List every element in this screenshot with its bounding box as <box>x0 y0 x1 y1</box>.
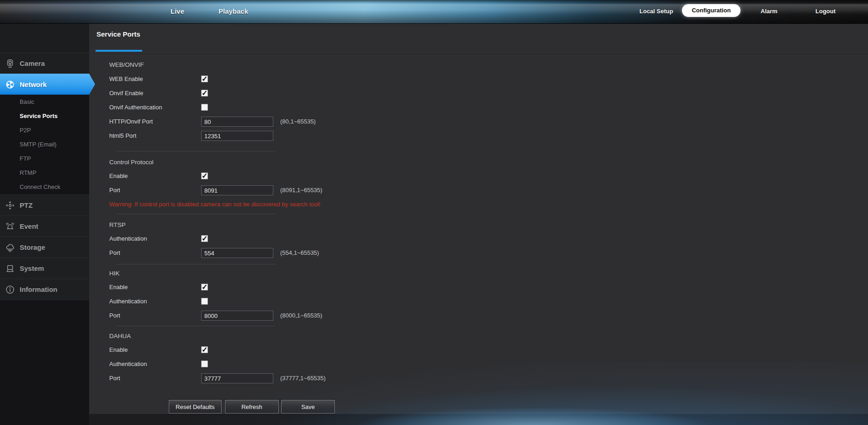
save-button[interactable]: Save <box>281 400 335 414</box>
sidebar-item-label: Network <box>20 81 47 88</box>
web-enable-checkbox[interactable]: ✓ <box>201 75 208 82</box>
reset-defaults-button[interactable]: Reset Defaults <box>169 400 222 414</box>
camera-icon <box>5 59 16 69</box>
page-tab-service-ports[interactable]: Service Ports <box>96 30 140 38</box>
form-row: Enable ✓ <box>109 344 543 355</box>
field-label: Enable <box>109 171 128 182</box>
field-label: Onvif Authentication <box>109 102 162 113</box>
field-hint: (554,1~65535) <box>280 247 319 258</box>
info-icon <box>5 285 16 295</box>
hik-enable-checkbox[interactable]: ✓ <box>201 284 208 291</box>
form-row: Port (8091,1~65535) <box>109 185 543 196</box>
field-label: WEB Enable <box>109 74 143 85</box>
storage-icon <box>5 242 16 253</box>
refresh-button[interactable]: Refresh <box>225 400 279 414</box>
menu-local-setup[interactable]: Local Setup <box>639 8 673 15</box>
field-label: Onvif Enable <box>109 88 143 99</box>
section-title-dahua: DAHUA <box>109 331 131 342</box>
field-label: Authentication <box>109 359 147 370</box>
submenu-item-smtp[interactable]: SMTP (Email) <box>0 137 89 151</box>
sidebar-item-storage[interactable]: Storage <box>0 237 89 258</box>
control-enable-checkbox[interactable]: ✓ <box>201 172 208 179</box>
submenu-item-ftp[interactable]: FTP <box>0 151 89 166</box>
menu-configuration[interactable]: Configuration <box>682 4 740 17</box>
form-row: Authentication <box>109 296 543 307</box>
field-hint: (37777,1~65535) <box>280 373 325 384</box>
sidebar-item-event[interactable]: Event <box>0 215 89 237</box>
field-label: Port <box>109 247 120 258</box>
sidebar-item-information[interactable]: Information <box>0 279 89 300</box>
event-icon <box>5 221 16 231</box>
section-divider <box>116 151 275 151</box>
network-icon <box>5 80 16 90</box>
onvif-enable-checkbox[interactable]: ✓ <box>201 90 208 97</box>
form-row: Authentication <box>109 359 543 370</box>
tabbar-divider <box>89 55 868 56</box>
field-hint: (8091,1~65535) <box>280 185 322 196</box>
field-label: Port <box>109 373 120 384</box>
sidebar-item-label: Event <box>20 222 38 230</box>
section-divider <box>116 214 275 214</box>
form-row: Enable ✓ <box>109 282 543 293</box>
sidebar-item-ptz[interactable]: PTZ <box>0 194 89 215</box>
dahua-authentication-checkbox[interactable] <box>201 360 208 367</box>
hik-authentication-checkbox[interactable] <box>201 298 208 305</box>
menu-alarm[interactable]: Alarm <box>761 8 777 15</box>
sidebar-item-label: Storage <box>20 243 45 251</box>
form-row: WEB Enable ✓ <box>109 74 543 85</box>
field-label: Authentication <box>109 296 147 307</box>
sidebar: Camera Network Basic Service Ports P2P S… <box>0 24 89 425</box>
form-row: Onvif Authentication <box>109 102 543 113</box>
sidebar-item-label: PTZ <box>20 201 32 209</box>
field-label: Enable <box>109 344 128 355</box>
form-row: Port (554,1~65535) <box>109 247 543 258</box>
sidebar-item-label: System <box>20 264 44 272</box>
section-title-rtsp: RTSP <box>109 220 126 231</box>
tab-playback[interactable]: Playback <box>218 7 248 15</box>
ptz-icon <box>5 200 16 210</box>
submenu-item-connect-check[interactable]: Connect Check <box>0 180 89 194</box>
system-icon <box>5 264 16 274</box>
field-label: Port <box>109 310 120 321</box>
http-onvif-port-input[interactable] <box>201 117 273 127</box>
field-hint: (8000,1~65535) <box>280 310 322 321</box>
network-submenu: Basic Service Ports P2P SMTP (Email) FTP… <box>0 95 89 194</box>
section-divider <box>116 264 275 264</box>
tab-live[interactable]: Live <box>170 7 184 15</box>
control-port-input[interactable] <box>201 185 273 195</box>
field-hint: (80,1~65535) <box>280 116 316 127</box>
section-title-control-protocol: Control Protocol <box>109 157 154 168</box>
sidebar-item-camera[interactable]: Camera <box>0 53 89 74</box>
onvif-authentication-checkbox[interactable] <box>201 104 208 111</box>
dahua-enable-checkbox[interactable]: ✓ <box>201 346 208 353</box>
field-label: Authentication <box>109 233 147 244</box>
submenu-item-p2p[interactable]: P2P <box>0 123 89 137</box>
control-port-warning: Warning: If control port is disabled cam… <box>109 199 320 210</box>
menu-logout[interactable]: Logout <box>815 8 836 15</box>
submenu-item-rtmp[interactable]: RTMP <box>0 166 89 180</box>
field-label: html5 Port <box>109 130 136 141</box>
form-row: Port (8000,1~65535) <box>109 310 543 321</box>
submenu-item-basic[interactable]: Basic <box>0 95 89 109</box>
app-window: Live Playback Local Setup Configuration … <box>0 0 868 425</box>
section-title-hik: HIK <box>109 268 120 279</box>
section-title-web-onvif: WEB/ONVIF <box>109 59 144 70</box>
html5-port-input[interactable] <box>201 131 273 141</box>
footer-band <box>89 414 868 425</box>
field-label: Port <box>109 185 120 196</box>
rtsp-port-input[interactable] <box>201 248 273 258</box>
sidebar-top-gap <box>0 24 89 53</box>
sidebar-item-label: Camera <box>20 59 45 67</box>
field-label: HTTP/Onvif Port <box>109 116 153 127</box>
sidebar-item-network[interactable]: Network <box>0 74 95 95</box>
form-row: Onvif Enable ✓ <box>109 88 543 99</box>
dahua-port-input[interactable] <box>201 373 273 383</box>
form-row: Enable ✓ <box>109 171 543 182</box>
form-row: Port (37777,1~65535) <box>109 373 543 384</box>
form-row: html5 Port <box>109 130 543 141</box>
hik-port-input[interactable] <box>201 311 273 321</box>
submenu-item-service-ports[interactable]: Service Ports <box>0 109 89 123</box>
section-divider <box>116 326 275 326</box>
sidebar-item-system[interactable]: System <box>0 258 89 279</box>
rtsp-authentication-checkbox[interactable]: ✓ <box>201 235 208 242</box>
